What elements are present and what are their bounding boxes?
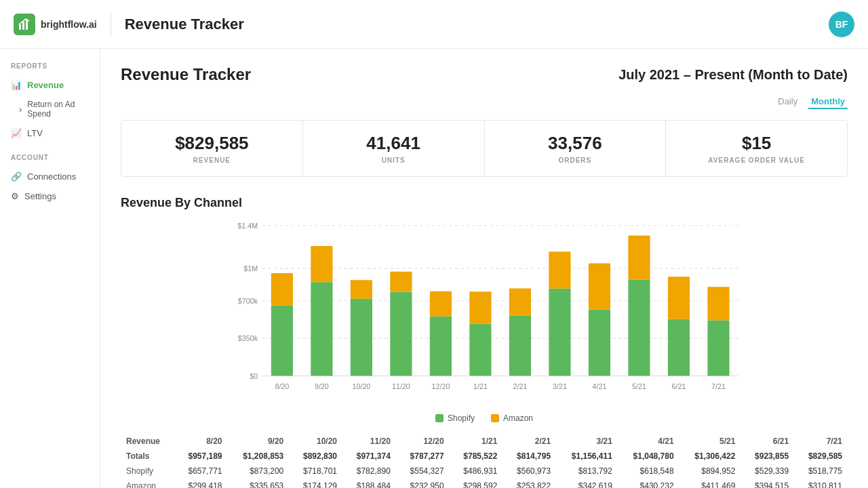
sidebar-item-ltv[interactable]: 📈 LTV: [0, 123, 100, 143]
table-row-0: Totals$957,189$1,208,853$892,830$971,374…: [121, 449, 848, 464]
cell-2-0: $299,418: [174, 479, 228, 488]
cell-0-5: $785,522: [450, 449, 503, 464]
reports-section: REPORTS 📊 Revenue › Return on Ad Spend 📈…: [0, 62, 100, 143]
cell-2-5: $298,592: [450, 479, 503, 488]
cell-1-7: $813,792: [556, 464, 618, 479]
cell-2-4: $232,950: [396, 479, 450, 488]
sidebar-item-revenue-label: Revenue: [27, 80, 64, 90]
cell-1-4: $554,327: [396, 464, 450, 479]
svg-text:8/20: 8/20: [275, 382, 289, 390]
cell-0-9: $1,306,422: [679, 449, 741, 464]
kpi-orders-label: ORDERS: [498, 157, 652, 164]
svg-text:7/21: 7/21: [711, 382, 726, 390]
cell-0-1: $1,208,853: [228, 449, 290, 464]
cell-0-3: $971,374: [342, 449, 396, 464]
svg-text:12/20: 12/20: [431, 382, 450, 390]
toggle-daily[interactable]: Daily: [775, 95, 800, 109]
page-header: Revenue Tracker July 2021 – Present (Mon…: [121, 65, 848, 84]
svg-rect-29: [469, 291, 491, 323]
th-11: 6/21: [741, 434, 794, 449]
cell-1-2: $718,701: [289, 464, 342, 479]
kpi-units: 41,641 UNITS: [303, 121, 485, 176]
svg-rect-25: [430, 317, 452, 376]
bar-chart: $0$350k$700k$1M$1.4M8/209/2010/2011/2012…: [121, 218, 848, 408]
cell-label-0: Totals: [121, 449, 174, 464]
avatar[interactable]: BF: [829, 12, 854, 37]
cell-0-10: $923,855: [741, 449, 794, 464]
svg-text:10/20: 10/20: [352, 382, 370, 390]
svg-rect-19: [351, 299, 372, 376]
ltv-icon: 📈: [11, 128, 22, 138]
sidebar-item-ltv-label: LTV: [27, 128, 43, 138]
cell-0-6: $814,795: [502, 449, 556, 464]
kpi-aov: $15 AVERAGE ORDER VALUE: [666, 121, 847, 176]
th-8: 3/21: [556, 434, 618, 449]
cell-label-1: Shopify: [121, 464, 174, 479]
table-row-2: Amazon$299,418$335,653$174,129$188,484$2…: [121, 479, 848, 488]
sidebar-item-connections-label: Connections: [27, 171, 76, 182]
cell-2-11: $310,811: [794, 479, 848, 488]
svg-rect-34: [549, 289, 570, 376]
th-5: 12/20: [396, 434, 450, 449]
roas-icon: ›: [19, 104, 22, 115]
cell-label-2: Amazon: [121, 479, 174, 488]
cell-2-6: $253,822: [502, 479, 556, 488]
cell-0-11: $829,585: [794, 449, 848, 464]
kpi-revenue-label: REVENUE: [135, 157, 289, 164]
svg-rect-1: [22, 22, 24, 30]
svg-text:3/21: 3/21: [553, 382, 567, 390]
logo-text: brightflow.ai: [41, 19, 97, 30]
amazon-dot: [491, 414, 499, 422]
svg-text:4/21: 4/21: [593, 382, 607, 390]
cell-0-7: $1,156,411: [556, 449, 618, 464]
header-divider: [111, 12, 111, 37]
svg-text:6/21: 6/21: [672, 382, 686, 390]
svg-rect-0: [19, 24, 21, 30]
legend-shopify: Shopify: [435, 413, 475, 423]
cell-2-7: $342,619: [556, 479, 618, 488]
sidebar-item-settings[interactable]: ⚙ Settings: [0, 186, 100, 206]
date-range: July 2021 – Present (Month to Date): [618, 67, 848, 83]
cell-2-10: $394,515: [741, 479, 794, 488]
cell-1-5: $486,931: [450, 464, 503, 479]
th-1: 8/20: [174, 434, 228, 449]
sidebar-item-connections[interactable]: 🔗 Connections: [0, 167, 100, 186]
main-content: Revenue Tracker July 2021 – Present (Mon…: [100, 49, 868, 488]
sidebar-item-settings-label: Settings: [24, 191, 56, 201]
chart-legend: Shopify Amazon: [121, 413, 848, 423]
header: brightflow.ai Revenue Tracker BF: [0, 0, 868, 49]
cell-2-2: $174,129: [289, 479, 342, 488]
cell-2-9: $411,469: [679, 479, 741, 488]
connections-icon: 🔗: [11, 171, 22, 182]
svg-rect-26: [430, 291, 452, 317]
kpi-units-value: 41,641: [317, 133, 471, 154]
svg-rect-41: [628, 236, 650, 280]
kpi-aov-value: $15: [679, 133, 833, 154]
cell-1-3: $782,890: [342, 464, 396, 479]
page-title: Revenue Tracker: [121, 65, 251, 84]
sidebar-item-revenue[interactable]: 📊 Revenue: [0, 75, 100, 95]
svg-text:9/20: 9/20: [315, 382, 329, 390]
cell-0-8: $1,048,780: [618, 449, 679, 464]
svg-text:$700k: $700k: [238, 297, 258, 305]
cell-1-0: $657,771: [174, 464, 228, 479]
account-section: ACCOUNT 🔗 Connections ⚙ Settings: [0, 154, 100, 206]
kpi-orders: 33,576 ORDERS: [485, 121, 667, 176]
cell-2-8: $430,232: [618, 479, 679, 488]
th-7: 2/21: [502, 434, 556, 449]
revenue-icon: 📊: [11, 80, 22, 90]
svg-text:2/21: 2/21: [513, 382, 527, 390]
toggle-monthly[interactable]: Monthly: [808, 95, 848, 109]
sidebar-item-roas[interactable]: › Return on Ad Spend: [0, 95, 100, 123]
table-row-1: Shopify$657,771$873,200$718,701$782,890$…: [121, 464, 848, 479]
kpi-orders-value: 33,576: [498, 133, 652, 154]
svg-text:11/20: 11/20: [392, 382, 410, 390]
kpi-revenue-value: $829,585: [135, 133, 289, 154]
svg-rect-31: [509, 316, 531, 376]
chart-container: $0$350k$700k$1M$1.4M8/209/2010/2011/2012…: [121, 218, 848, 408]
kpi-units-label: UNITS: [317, 157, 471, 164]
svg-text:$0: $0: [250, 372, 258, 380]
layout: REPORTS 📊 Revenue › Return on Ad Spend 📈…: [0, 49, 868, 488]
cell-2-1: $335,653: [228, 479, 290, 488]
cell-1-8: $618,548: [618, 464, 679, 479]
